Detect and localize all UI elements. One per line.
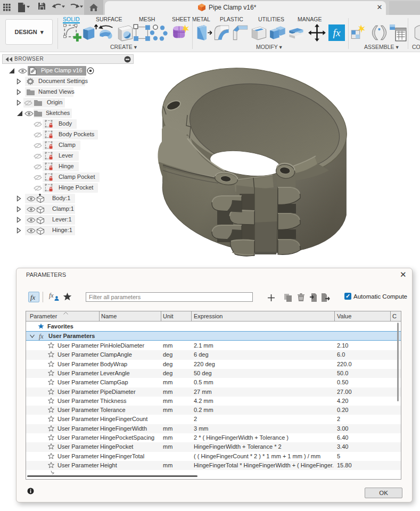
svg-text:fx: fx (333, 27, 341, 38)
